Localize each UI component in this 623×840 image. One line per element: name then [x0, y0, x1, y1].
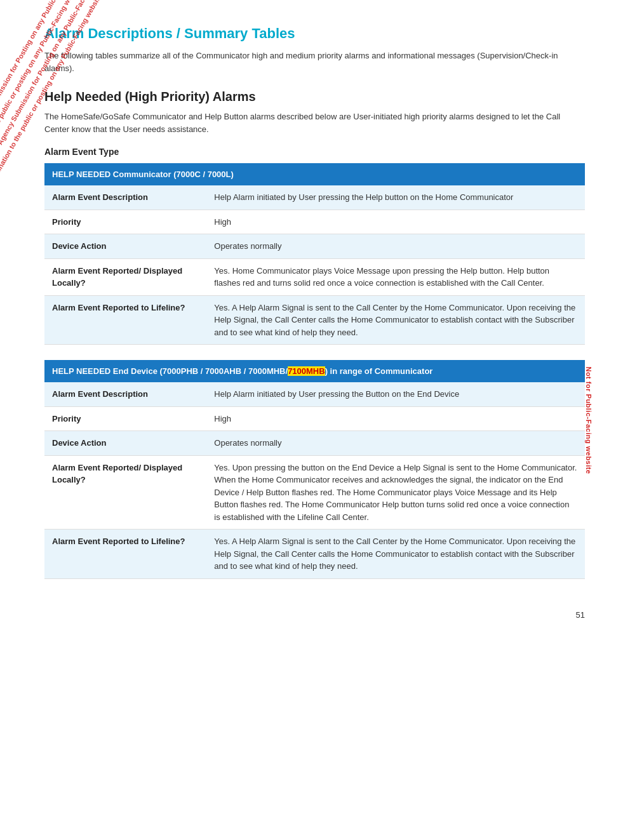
table-row-value: Operates normally — [206, 234, 585, 259]
table2-header: HELP NEEDED End Device (7000PHB / 7000AH… — [44, 360, 585, 382]
section-title: Help Needed (High Priority) Alarms — [44, 90, 585, 104]
table-row-value: Operates normally — [206, 431, 585, 456]
section-intro: The HomeSafe/GoSafe Communicator and Hel… — [44, 110, 585, 135]
table-row-label: Alarm Event Reported to Lifeline? — [44, 295, 206, 345]
table-row-value: Help Alarm initiated by User pressing th… — [206, 185, 585, 210]
table-row-label: Alarm Event Description — [44, 185, 206, 210]
table-row-value: High — [206, 406, 585, 431]
table-communicator: HELP NEEDED Communicator (7000C / 7000L)… — [44, 163, 585, 345]
table-row-value: Yes. A Help Alarm Signal is sent to the … — [206, 295, 585, 345]
watermark-side-text: Not for Public-Facing website — [584, 366, 592, 474]
page-container: Alarm Descriptions / Summary Tables The … — [0, 0, 623, 632]
page-title: Alarm Descriptions / Summary Tables — [44, 25, 585, 42]
table-end-device: HELP NEEDED End Device (7000PHB / 7000AH… — [44, 360, 585, 579]
table1-header: HELP NEEDED Communicator (7000C / 7000L) — [44, 163, 585, 185]
table-row-label: Priority — [44, 210, 206, 234]
subsection-title: Alarm Event Type — [44, 147, 585, 157]
table-row-label: Device Action — [44, 431, 206, 456]
table-row-label: Alarm Event Reported to Lifeline? — [44, 530, 206, 579]
table-row-value: Yes. Home Communicator plays Voice Messa… — [206, 258, 585, 295]
table-row-label: Alarm Event Description — [44, 382, 206, 406]
table-row-value: Yes. Upon pressing the button on the End… — [206, 455, 585, 530]
highlighted-model-number: 7100MHB — [288, 366, 325, 376]
table-row-label: Device Action — [44, 234, 206, 259]
table-row-label: Alarm Event Reported/ Displayed Locally? — [44, 455, 206, 530]
table-row-label: Alarm Event Reported/ Displayed Locally? — [44, 258, 206, 295]
table-row-value: High — [206, 210, 585, 234]
table-row-value: Help Alarm initiated by User pressing th… — [206, 382, 585, 406]
table-row-label: Priority — [44, 406, 206, 431]
intro-paragraph: The following tables summarize all of th… — [44, 50, 585, 74]
table-row-value: Yes. A Help Alarm Signal is sent to the … — [206, 530, 585, 579]
page-number: 51 — [576, 610, 585, 620]
